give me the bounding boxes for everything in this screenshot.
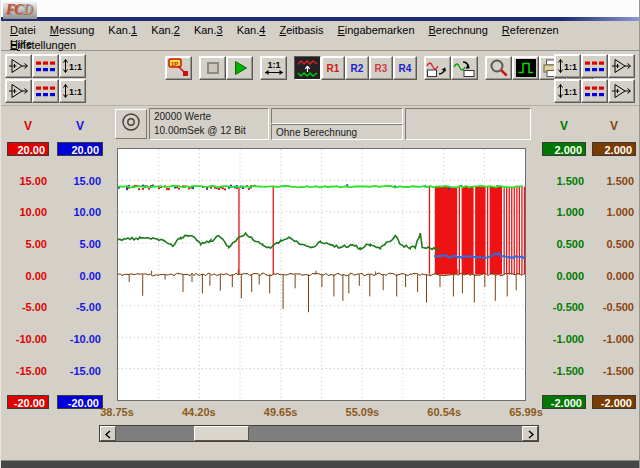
menu-item-kan4[interactable]: Kan.4	[230, 23, 273, 37]
amplifier-button[interactable]	[608, 79, 635, 103]
reference-2-button[interactable]: R2	[345, 56, 369, 80]
y-axis-tick: 10.00	[7, 205, 47, 219]
app-logo: FCD	[3, 2, 37, 19]
toolbar-group: 1P	[165, 56, 192, 80]
live-display-button[interactable]	[294, 56, 321, 80]
v-one-to-one-button[interactable]: 1:1	[554, 79, 581, 103]
wave-export-icon	[426, 59, 449, 78]
menu-item-kan3[interactable]: Kan.3	[187, 23, 230, 37]
y-axis-tick: 2.000	[542, 142, 586, 156]
axis-unit-label: V	[7, 119, 49, 133]
rb-dashes-icon	[36, 85, 55, 98]
rb-dashes-icon	[36, 60, 55, 73]
toolbar-group: R1R2R3R4	[294, 56, 417, 80]
load-reference-button[interactable]	[451, 56, 478, 80]
y-axis-ch2_blue: V20.0015.0010.005.000.00-5.00-10.00-15.0…	[57, 106, 103, 418]
scrollbar-thumb[interactable]	[194, 426, 249, 441]
cal-tag-icon: 1P	[168, 58, 190, 78]
rb-dashes-button[interactable]	[32, 54, 59, 78]
y-axis-tick: 15.00	[7, 174, 47, 188]
play-icon	[232, 60, 248, 76]
y-axis-tick: 1.500	[542, 174, 584, 188]
stop-button[interactable]	[199, 56, 226, 80]
reference-3-button[interactable]: R3	[369, 56, 393, 80]
amplifier-icon	[611, 58, 632, 74]
wave-import-icon	[453, 59, 476, 78]
v-one-to-one-button[interactable]: 1:1	[59, 54, 86, 78]
axis-unit-label: V	[57, 119, 103, 133]
reference-4-button[interactable]: R4	[393, 56, 417, 80]
amplifier-button[interactable]	[5, 54, 32, 78]
sample-count-label: 20000 Werte	[154, 110, 264, 124]
menu-item-referenzen[interactable]: Referenzen	[495, 23, 566, 37]
y-axis-tick: 1.000	[592, 205, 634, 219]
x-axis-tick: 60.54s	[414, 406, 474, 418]
svg-text:1:1: 1:1	[564, 62, 577, 72]
svg-text:1:1: 1:1	[564, 87, 577, 97]
time-scrollbar[interactable]	[99, 425, 539, 442]
signal-display-button[interactable]	[512, 56, 539, 80]
timebase-1to1-button[interactable]: 1:1	[260, 56, 287, 80]
menu-item-berechnung[interactable]: Berechnung	[422, 23, 495, 37]
calculation-extra-cell	[271, 108, 403, 124]
y-axis-tick: -1.500	[542, 364, 584, 378]
h-one-to-one-icon: 1:1	[263, 59, 285, 77]
title-bar: FCD	[1, 0, 639, 17]
start-measurement-button[interactable]	[226, 56, 253, 80]
zoom-button[interactable]	[485, 56, 512, 80]
v-one-to-one-button[interactable]: 1:1	[59, 79, 86, 103]
amplifier-button[interactable]	[5, 79, 32, 103]
svg-text:1:1: 1:1	[69, 87, 82, 97]
menu-item-kan2[interactable]: Kan.2	[144, 23, 187, 37]
y-axis-tick: 0.500	[542, 237, 584, 251]
waveform-display[interactable]	[117, 148, 526, 401]
stop-icon	[205, 60, 221, 76]
menu-row-2: Hilfe	[3, 36, 639, 50]
logo-text-fc: FC	[6, 2, 23, 17]
rb-dashes-button[interactable]	[581, 79, 608, 103]
y-axis-tick: 1.000	[542, 205, 584, 219]
y-axis-tick: 0.000	[592, 269, 634, 283]
x-axis-tick: 44.20s	[169, 406, 229, 418]
scroll-right-button[interactable]	[522, 426, 538, 441]
logo-text-d: D	[23, 2, 32, 17]
menu-item-zeitbasis[interactable]: Zeitbasis	[272, 23, 330, 37]
y-axis-ch4_brown: V2.0001.5001.0000.5000.000-0.500-1.000-1…	[592, 106, 636, 418]
amplifier-icon	[611, 83, 632, 99]
y-axis-tick: 5.00	[57, 237, 101, 251]
v-one-to-one-button[interactable]: 1:1	[554, 54, 581, 78]
trigger-mode-indicator	[115, 109, 147, 139]
menu-item-datei[interactable]: Datei	[3, 23, 43, 37]
y-axis-tick: -10.00	[57, 332, 101, 346]
toolbar-main-group: 1P1:1R1R2R3R4	[165, 56, 600, 80]
step-signal-icon	[516, 59, 536, 77]
y-axis-tick: 15.00	[57, 174, 101, 188]
amplifier-button[interactable]	[608, 54, 635, 78]
save-reference-button[interactable]	[424, 56, 451, 80]
y-axis-tick: 1.500	[592, 174, 634, 188]
y-axis-tick: -5.00	[57, 300, 101, 314]
amplifier-icon	[8, 83, 29, 99]
scroll-left-button[interactable]	[100, 426, 116, 441]
y-axis-tick: -20.00	[7, 395, 49, 409]
menu-item-kan1[interactable]: Kan.1	[101, 23, 144, 37]
menu-item-hilfe[interactable]: Hilfe	[3, 37, 39, 51]
menu-item-eingabemarken[interactable]: Eingabemarken	[330, 23, 421, 37]
app-window: FCD DateiMessungKan.1Kan.2Kan.3Kan.4Zeit…	[0, 0, 640, 468]
y-axis-tick: -15.00	[57, 364, 101, 378]
waveform-chart	[118, 149, 525, 400]
menu-bar: DateiMessungKan.1Kan.2Kan.3Kan.4Zeitbasi…	[1, 21, 639, 51]
menu-item-messung[interactable]: Messung	[43, 23, 102, 37]
y-axis-tick: -10.00	[7, 332, 47, 346]
rb-dashes-button[interactable]	[581, 54, 608, 78]
y-axis-tick: -0.500	[592, 300, 634, 314]
chevron-right-icon	[526, 425, 535, 443]
rb-dashes-button[interactable]	[32, 79, 59, 103]
marker-tool-button[interactable]: 1P	[165, 56, 192, 80]
reference-1-button[interactable]: R1	[321, 56, 345, 80]
svg-text:1:1: 1:1	[267, 60, 280, 70]
acquisition-info-box: 20000 Werte 10.00mSek @ 12 Bit	[149, 108, 269, 140]
y-axis-tick: -15.00	[7, 364, 47, 378]
v-one-to-one-icon: 1:1	[557, 83, 579, 99]
y-axis-ch1_red: V20.0015.0010.005.000.00-5.00-10.00-15.0…	[7, 106, 49, 418]
